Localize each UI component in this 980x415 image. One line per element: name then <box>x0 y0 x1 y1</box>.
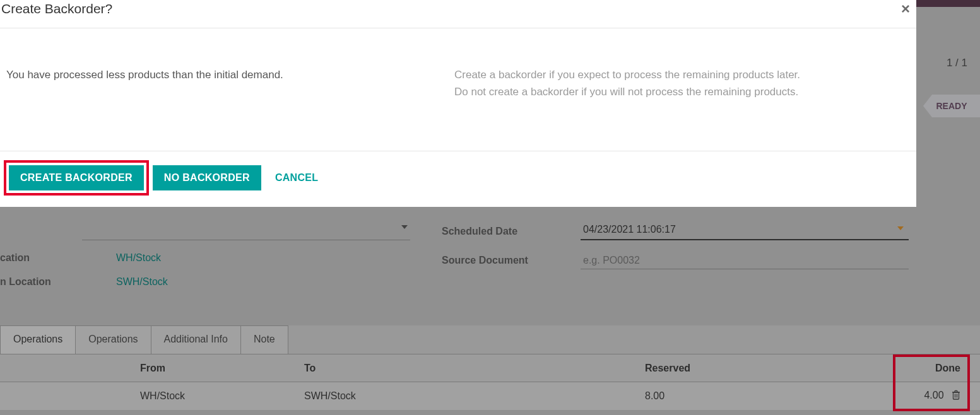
tab-additional-info[interactable]: Additional Info <box>151 325 241 354</box>
destination-location-value[interactable]: SWH/Stock <box>116 276 168 288</box>
chevron-down-icon <box>401 225 408 229</box>
cell-to: SWH/Stock <box>304 390 645 402</box>
no-backorder-button[interactable]: NO BACKORDER <box>153 165 261 190</box>
cell-from: WH/Stock <box>0 390 304 402</box>
pager[interactable]: 1 / 1 <box>947 57 967 69</box>
modal-message-left: You have processed less products than th… <box>6 66 454 100</box>
col-to: To <box>304 363 645 374</box>
cancel-button[interactable]: CANCEL <box>270 165 323 190</box>
tabs: Operations Operations Additional Info No… <box>0 325 980 354</box>
modal-message-right: Create a backorder if you expect to proc… <box>454 66 910 100</box>
destination-location-label: n Location <box>0 276 82 288</box>
create-backorder-modal: Create Backorder? × You have processed l… <box>0 0 916 207</box>
status-ready[interactable]: READY <box>923 95 980 117</box>
source-document-label: Source Document <box>442 255 581 266</box>
operation-type-select[interactable] <box>82 223 410 240</box>
done-value[interactable]: 4.00 <box>924 390 943 400</box>
tab-operations[interactable]: Operations <box>75 325 151 354</box>
cell-reserved: 8.00 <box>645 390 885 402</box>
tab-note[interactable]: Note <box>240 325 288 354</box>
source-location-value[interactable]: WH/Stock <box>116 252 161 264</box>
scheduled-date-label: Scheduled Date <box>442 226 581 237</box>
create-backorder-button[interactable]: CREATE BACKORDER <box>9 165 144 190</box>
chevron-down-icon <box>897 226 904 230</box>
col-reserved: Reserved <box>645 363 885 374</box>
modal-hint-line1: Create a backorder if you expect to proc… <box>454 66 910 83</box>
modal-title: Create Backorder? <box>1 1 112 16</box>
tab-detailed-operations[interactable]: Operations <box>0 325 76 354</box>
operations-table: From To Reserved Done WH/Stock SWH/Stock… <box>0 354 980 410</box>
col-done: Done <box>885 363 967 374</box>
table-row[interactable]: WH/Stock SWH/Stock 8.00 4.00 <box>0 382 980 410</box>
close-icon[interactable]: × <box>901 1 910 16</box>
col-from: From <box>0 363 304 374</box>
scheduled-date-input[interactable]: 04/23/2021 11:06:17 <box>581 223 909 240</box>
modal-hint-line2: Do not create a backorder if you will no… <box>454 83 910 100</box>
table-header: From To Reserved Done <box>0 354 980 382</box>
cell-done[interactable]: 4.00 <box>885 390 967 402</box>
svg-rect-0 <box>953 392 959 399</box>
source-location-label: cation <box>0 252 82 264</box>
source-document-input[interactable] <box>581 252 909 269</box>
trash-icon[interactable] <box>952 390 960 402</box>
